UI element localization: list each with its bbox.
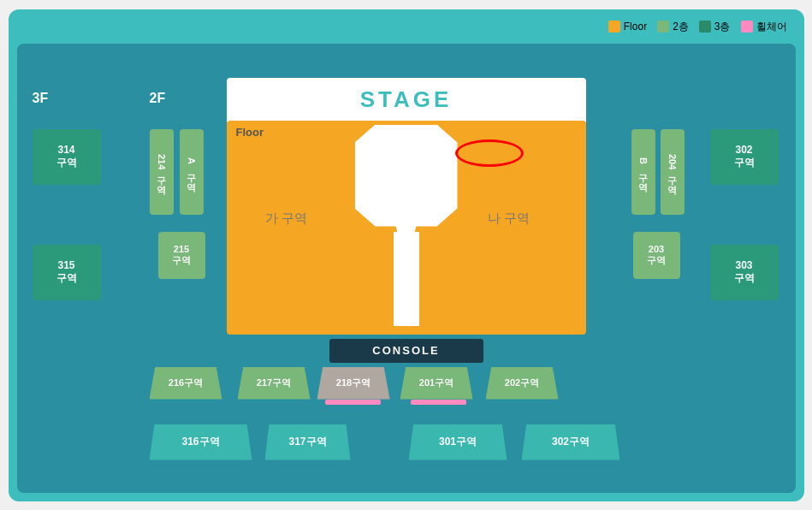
- floor-area: [227, 121, 586, 335]
- floor-label-2f: 2F: [150, 91, 166, 106]
- section-215[interactable]: 215구역: [158, 232, 205, 279]
- floor-label-3f: 3F: [33, 91, 49, 106]
- floor-section-label: Floor: [236, 126, 264, 139]
- legend-wheelchair: 휠체어: [741, 20, 787, 34]
- legend-2f-label: 2층: [673, 20, 689, 34]
- legend-3f: 3층: [699, 20, 731, 34]
- console-label: CONSOLE: [372, 344, 439, 357]
- section-201[interactable]: 201구역: [400, 367, 473, 400]
- section-316[interactable]: 316구역: [150, 424, 252, 460]
- section-301[interactable]: 301구역: [409, 424, 507, 460]
- section-302-bottom[interactable]: 302구역: [522, 424, 620, 460]
- legend-floor: Floor: [608, 21, 647, 33]
- section-ga-label: 가 구역: [265, 211, 307, 227]
- venue-map: Floor 2층 3층 휠체어 3F 2F STAGE: [9, 9, 804, 501]
- legend-wheelchair-label: 휠체어: [756, 20, 787, 34]
- section-a[interactable]: A 구역: [180, 129, 204, 215]
- console-bar: CONSOLE: [329, 339, 483, 363]
- legend-3f-label: 3층: [714, 20, 731, 34]
- section-214[interactable]: 214구역: [150, 129, 174, 215]
- section-na-label: 나 구역: [488, 211, 530, 227]
- section-315[interactable]: 315구역: [33, 245, 101, 300]
- stage-cutout: [355, 125, 458, 245]
- wheelchair-bar-218: [325, 400, 381, 405]
- section-b[interactable]: B 구역: [631, 129, 655, 215]
- stage-label: STAGE: [360, 86, 453, 113]
- legend-floor-color: [608, 21, 620, 33]
- legend-floor-label: Floor: [624, 21, 647, 33]
- legend: Floor 2층 3층 휠체어: [608, 20, 787, 34]
- section-203[interactable]: 203구역: [633, 232, 680, 279]
- section-216[interactable]: 216구역: [150, 367, 222, 400]
- section-217[interactable]: 217구역: [238, 367, 311, 400]
- stage-connector: [394, 232, 419, 326]
- legend-2f-color: [657, 21, 669, 33]
- legend-2f: 2층: [657, 20, 689, 34]
- section-303[interactable]: 303구역: [710, 245, 779, 300]
- section-302-right[interactable]: 302구역: [710, 129, 779, 185]
- map-area: 3F 2F STAGE Floor 가 구역 나 구역 CONSOLE 314구…: [17, 44, 796, 493]
- stage-area: STAGE: [227, 78, 586, 122]
- legend-3f-color: [699, 21, 711, 33]
- red-oval-marker: [455, 139, 524, 167]
- wheelchair-bar-201: [411, 400, 466, 405]
- section-202[interactable]: 202구역: [486, 367, 559, 400]
- section-218[interactable]: 218구역: [317, 367, 390, 400]
- section-204[interactable]: 204구역: [661, 129, 685, 215]
- section-317[interactable]: 317구역: [265, 424, 351, 460]
- section-314[interactable]: 314구역: [33, 129, 101, 185]
- legend-wheelchair-color: [741, 21, 753, 33]
